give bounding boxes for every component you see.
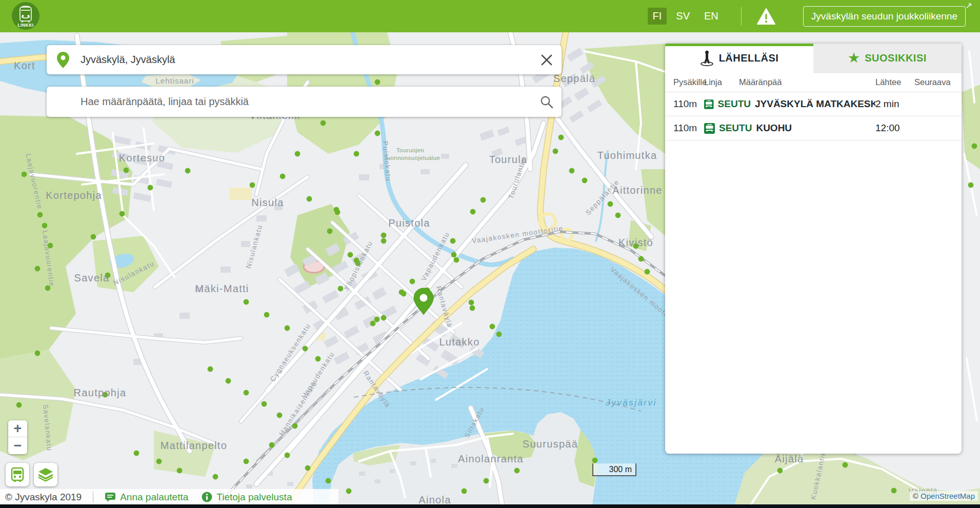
- bus-stop-dot[interactable]: [645, 269, 650, 275]
- bus-stop-dot[interactable]: [326, 478, 331, 484]
- bus-stop-dot[interactable]: [42, 223, 48, 229]
- school-building: [230, 188, 251, 200]
- bus-stop-dot[interactable]: [470, 209, 476, 215]
- alerts-button[interactable]: [756, 7, 776, 26]
- bus-stop-dot[interactable]: [558, 135, 564, 140]
- bus-stop-dot[interactable]: [307, 196, 312, 202]
- bus-stop-dot[interactable]: [321, 120, 326, 126]
- bus-stop-dot[interactable]: [208, 367, 213, 372]
- feedback-link[interactable]: Anna palautetta: [105, 492, 188, 503]
- bus-stop-dot[interactable]: [484, 478, 489, 484]
- departure-row[interactable]: 110m SEUTU KUOHU 12:00: [665, 116, 962, 140]
- bus-stop-dot[interactable]: [295, 151, 301, 157]
- departure-row[interactable]: 110m SEUTU JYVÄSKYLÄ MATKAKESKUS 2 min: [665, 92, 962, 116]
- bus-stop-dot[interactable]: [462, 489, 467, 494]
- tab-nearby[interactable]: LÄHELLÄSI: [665, 44, 813, 73]
- bus-stop-dot[interactable]: [375, 79, 381, 85]
- lang-fi-button[interactable]: FI: [648, 8, 667, 25]
- bus-stop-dot[interactable]: [35, 266, 41, 272]
- bus-stop-dot[interactable]: [469, 300, 474, 306]
- bus-stop-dot[interactable]: [381, 238, 387, 244]
- bus-stop-dot[interactable]: [553, 149, 558, 154]
- bus-stop-dot[interactable]: [843, 462, 848, 468]
- bus-stop-dot[interactable]: [269, 442, 275, 448]
- bus-stop-dot[interactable]: [514, 468, 520, 474]
- bus-stop-dot[interactable]: [244, 459, 249, 464]
- bus-stop-dot[interactable]: [582, 178, 588, 184]
- bus-stop-dot[interactable]: [35, 351, 41, 356]
- origin-input[interactable]: [79, 45, 532, 75]
- bus-stop-dot[interactable]: [354, 151, 359, 157]
- bus-stop-dot[interactable]: [244, 299, 249, 305]
- bus-stop-dot[interactable]: [264, 312, 270, 318]
- linkki-logo[interactable]: LINKKI: [11, 2, 40, 30]
- bus-stop-dot[interactable]: [592, 458, 598, 463]
- bus-stop-dot[interactable]: [16, 402, 22, 408]
- bus-stop-dot[interactable]: [213, 474, 218, 480]
- bus-stop-dot[interactable]: [177, 468, 183, 474]
- bus-stop-dot[interactable]: [481, 197, 486, 203]
- bus-stop-dot[interactable]: [226, 378, 231, 384]
- bus-stop-dot[interactable]: [91, 234, 96, 240]
- bus-stop-dot[interactable]: [292, 423, 298, 429]
- search-button[interactable]: [532, 87, 562, 117]
- bus-stop-dot[interactable]: [156, 459, 162, 464]
- destination-input[interactable]: [79, 86, 532, 117]
- bus-stop-dot[interactable]: [451, 252, 457, 258]
- bus-stop-dot[interactable]: [338, 286, 344, 292]
- bus-stop-dot[interactable]: [381, 315, 387, 321]
- bus-stop-dot[interactable]: [410, 279, 415, 285]
- bus-stop-dot[interactable]: [22, 172, 27, 177]
- bus-stop-dot[interactable]: [891, 488, 897, 494]
- bus-stop-dot[interactable]: [972, 144, 977, 149]
- tab-favorites[interactable]: ★ SUOSIKKISI: [813, 44, 962, 73]
- bus-stop-dot[interactable]: [262, 401, 267, 407]
- bus-stop-dot[interactable]: [37, 212, 43, 218]
- lang-en-button[interactable]: EN: [699, 8, 724, 25]
- bus-stop-dot[interactable]: [615, 213, 621, 218]
- bus-stop-dot[interactable]: [638, 256, 644, 262]
- bus-stop-dot[interactable]: [280, 174, 286, 179]
- bus-stop-dot[interactable]: [285, 326, 290, 331]
- bus-stop-dot[interactable]: [470, 306, 475, 311]
- bus-stop-dot[interactable]: [134, 451, 139, 456]
- bus-stop-dot[interactable]: [346, 489, 352, 494]
- bus-stop-dot[interactable]: [119, 211, 125, 217]
- bus-stop-dot[interactable]: [244, 390, 249, 396]
- zoom-out-button[interactable]: −: [8, 437, 27, 454]
- bus-stop-dot[interactable]: [374, 317, 380, 322]
- bus-stop-dot[interactable]: [124, 168, 129, 173]
- bus-stop-dot[interactable]: [185, 168, 191, 174]
- bus-stop-dot[interactable]: [608, 201, 613, 207]
- openstreetmap-link[interactable]: OpenStreetMap: [921, 492, 975, 500]
- map-layers-button[interactable]: [34, 463, 57, 486]
- bus-stop-dot[interactable]: [401, 291, 407, 297]
- bus-stop-dot[interactable]: [496, 332, 502, 337]
- bus-stop-dot[interactable]: [305, 465, 311, 471]
- show-vehicles-button[interactable]: [6, 463, 29, 486]
- bus-stop-dot[interactable]: [569, 168, 575, 174]
- service-info-link[interactable]: Tietoja palvelusta: [202, 492, 292, 503]
- bus-stop-dot[interactable]: [315, 356, 321, 362]
- bus-stop-dot[interactable]: [450, 238, 456, 244]
- clear-origin-button[interactable]: [532, 45, 562, 74]
- zoom-in-button[interactable]: +: [8, 420, 27, 437]
- bus-stop-dot[interactable]: [375, 131, 381, 136]
- bus-stop-dot[interactable]: [250, 182, 255, 188]
- bus-stop-dot[interactable]: [335, 210, 341, 215]
- bus-stop-dot[interactable]: [370, 321, 376, 327]
- bus-stop-dot[interactable]: [968, 182, 974, 188]
- bus-stop-dot[interactable]: [490, 324, 495, 330]
- external-link-arrow-icon: ↗: [966, 1, 972, 10]
- bus-stop-dot[interactable]: [327, 229, 333, 234]
- bus-stop-dot[interactable]: [348, 252, 353, 258]
- bus-stop-dot[interactable]: [285, 453, 290, 458]
- bus-stop-dot[interactable]: [303, 346, 308, 352]
- bus-stop-dot[interactable]: [454, 257, 459, 263]
- bus-stop-dot[interactable]: [777, 468, 783, 474]
- bus-stop-dot[interactable]: [381, 233, 387, 238]
- bus-stop-dot[interactable]: [277, 413, 283, 418]
- agency-site-link[interactable]: Jyväskylän seudun joukkoliikenne ↗: [803, 6, 966, 27]
- lang-sv-button[interactable]: SV: [671, 8, 695, 25]
- bus-stop-dot[interactable]: [148, 185, 153, 191]
